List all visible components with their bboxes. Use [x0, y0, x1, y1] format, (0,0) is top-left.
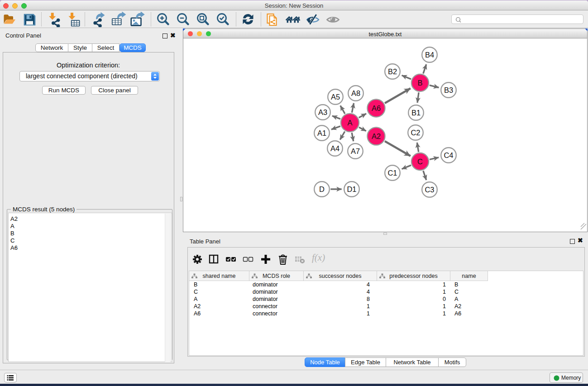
svg-text:D1: D1 — [347, 185, 356, 193]
svg-text:B2: B2 — [388, 67, 397, 76]
svg-text:A1: A1 — [317, 129, 326, 137]
svg-text:B4: B4 — [425, 51, 434, 59]
svg-text:B: B — [417, 79, 422, 87]
svg-text:A: A — [347, 119, 352, 127]
svg-text:A7: A7 — [351, 147, 360, 155]
svg-text:C: C — [417, 157, 423, 166]
svg-text:A5: A5 — [331, 93, 340, 101]
svg-text:A2: A2 — [372, 132, 381, 140]
svg-text:B1: B1 — [411, 109, 421, 117]
svg-text:C1: C1 — [387, 169, 397, 177]
svg-text:D: D — [319, 185, 325, 193]
svg-text:A3: A3 — [318, 108, 327, 116]
svg-text:A4: A4 — [330, 144, 339, 152]
svg-text:B3: B3 — [444, 86, 453, 94]
svg-text:C4: C4 — [444, 151, 453, 159]
svg-text:C2: C2 — [411, 129, 420, 137]
svg-text:A6: A6 — [372, 104, 381, 112]
svg-text:A8: A8 — [351, 89, 360, 97]
svg-text:C3: C3 — [425, 186, 434, 194]
